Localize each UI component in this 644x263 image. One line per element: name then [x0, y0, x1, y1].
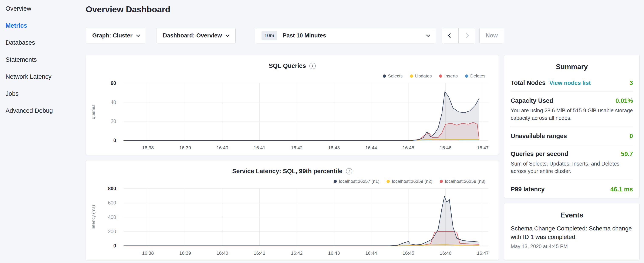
chevron-right-icon: [464, 33, 469, 38]
time-range-label: Past 10 Minutes: [283, 32, 427, 39]
chevron-down-icon: [136, 33, 140, 37]
legend-dot-icon: [440, 180, 443, 183]
event-timestamp: May 13, 2020 at 4:45 PM: [511, 243, 633, 249]
svg-text:16:38: 16:38: [142, 250, 154, 256]
summary-row-queries-per-second: Queries per second 59.7 Sum of Selects, …: [511, 145, 633, 180]
svg-text:16:46: 16:46: [440, 145, 451, 150]
svg-text:16:40: 16:40: [216, 250, 228, 256]
svg-text:0: 0: [113, 138, 116, 143]
summary-label: P99 latency: [511, 186, 545, 193]
svg-text:800: 800: [108, 186, 116, 191]
summary-description: Sum of Selects, Updates, Inserts, and De…: [511, 160, 633, 175]
chevron-down-icon: [426, 33, 430, 37]
chart-title: Service Latency: SQL, 99th percentile: [232, 168, 342, 175]
svg-text:16:47: 16:47: [477, 250, 488, 256]
time-pager: [442, 28, 475, 43]
svg-text:16:39: 16:39: [179, 145, 191, 150]
summary-row-unavailable-ranges: Unavailable ranges 0: [511, 127, 633, 145]
svg-text:16:44: 16:44: [365, 250, 377, 256]
chevron-left-icon: [448, 33, 453, 38]
svg-text:400: 400: [108, 214, 116, 220]
summary-description: You are using 28.6 MiB of 515.9 GiB usab…: [511, 107, 633, 122]
sidebar-item-metrics[interactable]: Metrics: [0, 17, 85, 34]
svg-text:16:39: 16:39: [179, 250, 191, 256]
legend-dot-icon: [439, 75, 442, 78]
chevron-down-icon: [226, 33, 230, 37]
svg-text:60: 60: [110, 80, 116, 86]
svg-text:16:43: 16:43: [328, 145, 340, 150]
sidebar-item-statements[interactable]: Statements: [0, 51, 85, 68]
svg-text:16:45: 16:45: [402, 250, 414, 256]
legend-dot-icon: [334, 180, 337, 183]
summary-label: Unavailable ranges: [511, 133, 567, 140]
time-prev-button[interactable]: [442, 28, 458, 43]
svg-text:16:40: 16:40: [216, 145, 228, 150]
view-nodes-list-link[interactable]: View nodes list: [550, 80, 591, 86]
legend-dot-icon: [410, 75, 413, 78]
summary-value: 0: [630, 133, 633, 140]
svg-text:latency (ms): latency (ms): [91, 205, 96, 229]
svg-text:200: 200: [108, 229, 116, 234]
legend-dot-icon: [465, 75, 468, 78]
svg-text:queries: queries: [91, 105, 96, 119]
summary-row-capacity-used: Capacity Used 0.01% You are using 28.6 M…: [511, 92, 633, 127]
dashboard-select-dropdown[interactable]: Dashboard: Overview: [156, 28, 236, 43]
sidebar-item-databases[interactable]: Databases: [0, 34, 85, 51]
service-latency-chart[interactable]: 020040060080016:3816:3916:4016:4116:4216…: [86, 183, 499, 258]
svg-text:16:47: 16:47: [477, 145, 488, 150]
summary-label: Capacity Used: [511, 97, 553, 104]
svg-text:600: 600: [108, 200, 116, 205]
summary-title: Summary: [504, 55, 639, 71]
page-title: Overview Dashboard: [86, 5, 170, 14]
sidebar-item-advanced-debug[interactable]: Advanced Debug: [0, 102, 85, 119]
summary-label: Queries per second: [511, 150, 568, 157]
sidebar-item-network-latency[interactable]: Network Latency: [0, 68, 85, 85]
time-next-button[interactable]: [458, 28, 475, 43]
service-latency-chart-panel: Service Latency: SQL, 99th percentile i …: [86, 160, 499, 260]
summary-row-p99-latency: P99 latency 46.1 ms: [511, 180, 633, 198]
event-text: Schema Change Completed: Schema change w…: [511, 224, 633, 241]
now-button[interactable]: Now: [480, 28, 504, 43]
svg-text:16:42: 16:42: [291, 145, 302, 150]
summary-value: 0.01%: [616, 97, 633, 104]
time-range-dropdown[interactable]: 10m Past 10 Minutes: [255, 28, 436, 43]
time-range-badge: 10m: [262, 31, 277, 40]
graph-scope-dropdown[interactable]: Graph: Cluster: [86, 28, 146, 43]
svg-text:16:38: 16:38: [142, 145, 154, 150]
summary-panel: Summary Total Nodes View nodes list 3 Ca…: [504, 55, 640, 198]
event-list-item[interactable]: Schema Change Completed: Schema change w…: [504, 219, 639, 249]
svg-text:16:43: 16:43: [328, 250, 340, 256]
summary-value: 59.7: [621, 150, 633, 157]
svg-text:16:44: 16:44: [365, 145, 377, 150]
summary-value: 3: [630, 79, 633, 86]
sql-queries-chart-panel: SQL Queries i SelectsUpdatesInsertsDelet…: [86, 55, 499, 155]
svg-text:16:42: 16:42: [291, 250, 302, 256]
sidebar-item-jobs[interactable]: Jobs: [0, 85, 85, 102]
legend-dot-icon: [386, 180, 390, 183]
svg-text:16:41: 16:41: [254, 145, 265, 150]
svg-text:16:41: 16:41: [254, 250, 265, 256]
info-icon[interactable]: i: [309, 63, 316, 69]
summary-value: 46.1 ms: [610, 186, 633, 193]
dashboard-controls: Graph: Cluster Dashboard: Overview 10m P…: [86, 28, 504, 43]
svg-text:20: 20: [110, 119, 116, 124]
sidebar-item-overview[interactable]: Overview: [0, 0, 85, 17]
svg-text:0: 0: [113, 243, 116, 248]
sql-queries-chart[interactable]: 020406016:3816:3916:4016:4116:4216:4316:…: [86, 78, 499, 152]
svg-text:16:46: 16:46: [440, 250, 451, 256]
svg-text:40: 40: [110, 100, 116, 105]
events-title: Events: [504, 203, 639, 219]
dashboard-select-label: Dashboard: Overview: [163, 32, 222, 39]
svg-text:16:45: 16:45: [402, 145, 414, 150]
events-panel: Events Schema Change Completed: Schema c…: [504, 203, 640, 260]
info-icon[interactable]: i: [346, 168, 352, 174]
summary-label: Total Nodes: [511, 79, 546, 86]
sidebar: Overview Metrics Databases Statements Ne…: [0, 0, 85, 119]
legend-dot-icon: [383, 75, 386, 78]
graph-scope-label: Graph: Cluster: [92, 32, 132, 39]
summary-row-total-nodes: Total Nodes View nodes list 3: [511, 74, 633, 92]
chart-title: SQL Queries: [269, 62, 306, 69]
